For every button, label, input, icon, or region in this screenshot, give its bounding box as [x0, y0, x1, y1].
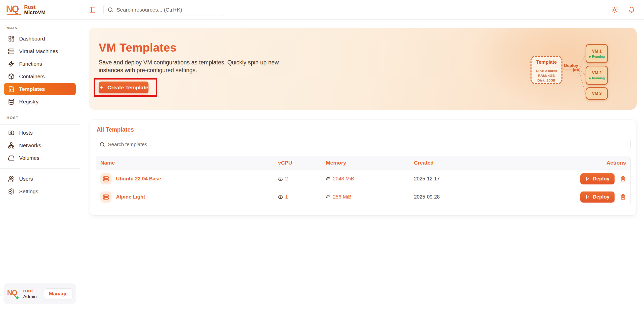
hard-drive-icon	[8, 155, 15, 161]
plus-icon	[99, 85, 104, 90]
brand-name-line2: MicroVM	[24, 10, 46, 15]
global-search-input[interactable]	[117, 7, 220, 13]
template-name-cell: Alpine Light	[100, 191, 278, 203]
sidebar-nav: MAIN Dashboard Virtual Machines Function…	[0, 20, 80, 198]
table-header-row: Name vCPU Memory Created Actions	[96, 156, 630, 170]
column-header-memory: Memory	[326, 160, 414, 166]
cpu-icon	[278, 195, 283, 199]
column-header-name: Name	[100, 160, 278, 166]
host-gear-icon	[8, 130, 15, 136]
file-code-icon	[8, 86, 15, 92]
sidebar-item-registry[interactable]: Registry	[4, 95, 76, 108]
user-role: Admin	[23, 294, 37, 299]
user-info: root Admin	[23, 288, 37, 299]
running-dot	[589, 56, 591, 58]
sidebar-item-networks[interactable]: Networks	[4, 139, 76, 152]
vm1-status: Running	[589, 55, 605, 58]
sidebar-item-label: Networks	[19, 142, 41, 148]
diagram-template-title: Template	[535, 59, 558, 67]
brand-logo-icon: NQ	[6, 4, 21, 16]
template-name-link[interactable]: Ubuntu 22.04 Base	[116, 176, 161, 182]
theme-toggle-button[interactable]	[611, 7, 618, 13]
memory-cell: 2048 MiB	[326, 176, 414, 182]
column-header-created: Created	[414, 160, 548, 166]
play-icon	[585, 177, 590, 181]
deploy-button[interactable]: Deploy	[580, 191, 615, 203]
sidebar-item-hosts[interactable]: Hosts	[4, 127, 76, 139]
main-content: VM Templates Save and deploy VM configur…	[80, 20, 644, 309]
hero-content: VM Templates Save and deploy VM configur…	[99, 41, 290, 93]
trash-icon	[620, 176, 626, 182]
zap-icon	[8, 61, 15, 67]
vm1-status-label: Running	[592, 55, 605, 58]
sidebar-item-containers[interactable]: Containers	[4, 70, 76, 83]
divider	[0, 124, 80, 125]
spec-disk: Disk: 20GB	[532, 78, 561, 83]
online-status-dot	[16, 296, 19, 299]
delete-template-button[interactable]	[620, 194, 626, 200]
sidebar-item-virtual-machines[interactable]: Virtual Machines	[4, 45, 76, 58]
spec-ram: RAM: 4GB	[532, 73, 561, 78]
table-row: Alpine Light 1 256 MiB 2025-09-28 Deploy	[96, 188, 630, 206]
template-icon-badge	[100, 191, 111, 203]
bell-icon	[628, 7, 635, 13]
box-icon	[8, 73, 15, 80]
server-icon	[103, 176, 109, 182]
table-row: Ubuntu 22.04 Base 2 2048 MiB 2025-12-17 …	[96, 170, 630, 188]
template-icon-badge	[100, 173, 111, 184]
sidebar-item-templates[interactable]: Templates	[4, 83, 76, 95]
create-template-area: Create Template	[99, 82, 148, 93]
trash-icon	[620, 194, 626, 200]
template-name-cell: Ubuntu 22.04 Base	[100, 173, 278, 184]
play-icon	[585, 195, 590, 199]
server-icon	[8, 48, 15, 55]
diagram-vm1-node: VM 1 Running	[586, 44, 608, 63]
vcpu-value: 2	[285, 176, 288, 182]
sidebar-item-label: Settings	[19, 188, 38, 195]
notifications-button[interactable]	[628, 7, 635, 13]
actions-cell: Deploy	[548, 191, 626, 203]
user-card: NQ root Admin Manage	[4, 283, 76, 304]
template-name-link[interactable]: Alpine Light	[116, 194, 145, 200]
avatar: NQ	[7, 288, 20, 299]
nav-section-label-main: MAIN	[7, 26, 76, 30]
search-icon	[108, 7, 113, 13]
vm3-name: VM 3	[592, 91, 602, 96]
sidebar-item-label: Registry	[19, 99, 39, 105]
sidebar-item-dashboard[interactable]: Dashboard	[4, 32, 76, 45]
sidebar-item-label: Volumes	[19, 155, 40, 161]
delete-template-button[interactable]	[620, 176, 626, 182]
divider	[0, 168, 80, 169]
create-template-button[interactable]: Create Template	[99, 82, 148, 93]
templates-search	[96, 139, 631, 150]
vcpu-value: 1	[285, 194, 288, 200]
vcpu-cell: 1	[278, 194, 326, 200]
manage-button[interactable]: Manage	[44, 288, 73, 299]
vm2-status-label: Running	[592, 76, 605, 80]
sun-icon	[611, 7, 618, 13]
sidebar-item-label: Dashboard	[19, 36, 45, 42]
sidebar-item-functions[interactable]: Functions	[4, 58, 76, 70]
diagram-connector-lines	[562, 43, 587, 106]
svg-text:NQ: NQ	[7, 288, 17, 297]
sidebar-toggle-button[interactable]	[89, 6, 96, 13]
users-icon	[8, 176, 15, 182]
templates-table: Name vCPU Memory Created Actions Ubuntu …	[96, 156, 631, 206]
deploy-label: Deploy	[593, 176, 610, 182]
diagram-vm3-node: VM 3	[586, 87, 608, 100]
vm2-name: VM 2	[592, 70, 602, 75]
sidebar-item-volumes[interactable]: Volumes	[4, 152, 76, 164]
diagram-template-specs: CPU: 2 cores RAM: 4GB Disk: 20GB	[532, 68, 561, 83]
templates-search-input[interactable]	[108, 142, 627, 147]
vcpu-cell: 2	[278, 176, 326, 182]
page-description: Save and deploy VM configurations as tem…	[99, 59, 280, 74]
deploy-button[interactable]: Deploy	[580, 173, 615, 184]
brand-name-line1: Rust	[24, 5, 46, 10]
sidebar-item-label: Functions	[19, 61, 42, 67]
sidebar-item-label: Virtual Machines	[19, 48, 58, 54]
sidebar-item-users[interactable]: Users	[4, 173, 76, 185]
actions-cell: Deploy	[548, 173, 626, 184]
create-template-label: Create Template	[107, 85, 148, 91]
sidebar-item-settings[interactable]: Settings	[4, 185, 76, 198]
deploy-label: Deploy	[593, 194, 610, 200]
